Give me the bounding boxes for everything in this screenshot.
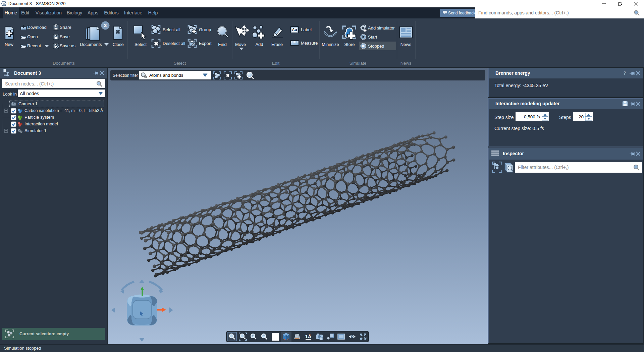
svg-text:Simulator 1: Simulator 1 [24, 128, 47, 133]
svg-text:Carbon nanotube n = -11, m = 0: Carbon nanotube n = -11, m = 0, l = 59.5… [24, 108, 103, 113]
svg-text:3: 3 [104, 22, 107, 28]
svg-text:1Å: 1Å [305, 334, 311, 339]
svg-text:Particle system: Particle system [24, 115, 54, 120]
svg-text:Interaction model: Interaction model [24, 121, 58, 126]
svg-text:Camera 1: Camera 1 [18, 101, 38, 106]
svg-text:Aa: Aa [292, 27, 297, 32]
